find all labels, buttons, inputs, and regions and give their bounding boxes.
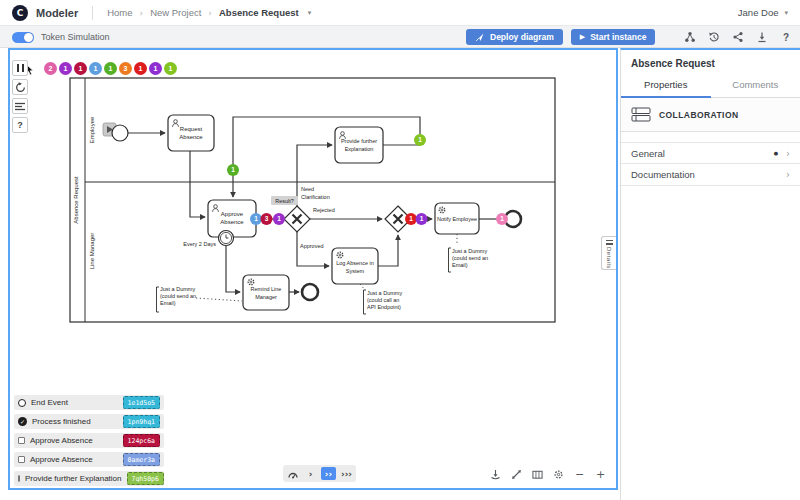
- fit-viewport-icon[interactable]: [511, 469, 522, 480]
- simulation-speed-control: › ›› ›››: [283, 465, 356, 482]
- diagram-canvas[interactable]: Absence Request Employee Line Manager Ne…: [8, 48, 618, 490]
- token-approve-crimson: 3: [261, 213, 273, 225]
- simulation-log: End Event 1e1d5o5 ✓ Process finished 1pn…: [14, 395, 164, 486]
- toggle-knob: [24, 33, 33, 42]
- share-icon[interactable]: [732, 31, 744, 43]
- speedometer-icon[interactable]: [285, 467, 300, 480]
- log-label: End Event: [31, 398, 118, 407]
- svg-text:1: 1: [231, 166, 235, 173]
- group-documentation[interactable]: Documentation ›: [621, 164, 800, 186]
- checkbox-icon[interactable]: [18, 456, 25, 463]
- zoom-in-button[interactable]: +: [595, 469, 606, 480]
- palette-help-button[interactable]: ?: [12, 117, 28, 133]
- group-label: General: [631, 148, 665, 159]
- log-row[interactable]: Provide further Explanation 7qh50p6: [14, 471, 164, 486]
- log-icon: [15, 102, 25, 111]
- element-id-badge: 124pc6a: [123, 434, 160, 447]
- log-row[interactable]: ✓ Process finished 1pn9hq1: [14, 414, 164, 429]
- download-icon[interactable]: [756, 31, 768, 43]
- svg-text:1: 1: [420, 215, 424, 222]
- task-remind-manager[interactable]: Remind LineManager: [243, 275, 289, 310]
- start-event[interactable]: [112, 125, 128, 141]
- log-row[interactable]: Approve Absence 0amer3a: [14, 452, 164, 467]
- user-menu[interactable]: Jane Doe ▾: [738, 7, 788, 18]
- pause-icon: [17, 64, 24, 72]
- element-id-badge: 7qh50p6: [127, 472, 164, 485]
- breadcrumb-current[interactable]: Absence Request: [219, 7, 299, 18]
- tab-properties[interactable]: Properties: [621, 75, 711, 98]
- details-panel-toggle[interactable]: Details: [601, 236, 616, 270]
- token-simulation-toggle[interactable]: [12, 32, 34, 43]
- token-count-badge: 1: [89, 62, 102, 75]
- properties-panel: Absence Request Properties Comments COLL…: [620, 48, 800, 500]
- end-event[interactable]: [302, 284, 318, 300]
- deploy-diagram-button[interactable]: Deploy diagram: [466, 29, 563, 45]
- chevron-right-icon: ›: [208, 8, 212, 18]
- token-count-badge: 1: [74, 62, 87, 75]
- cluster-icon[interactable]: [684, 31, 696, 43]
- rocket-icon: [475, 32, 485, 42]
- chevron-down-icon[interactable]: ▾: [308, 9, 312, 17]
- chevron-right-icon: ›: [786, 148, 790, 159]
- header-divider: [92, 6, 93, 20]
- speed-normal-button[interactable]: ›: [303, 467, 318, 480]
- group-label: Documentation: [631, 169, 695, 180]
- svg-text:1: 1: [409, 215, 413, 222]
- task-log-absence[interactable]: Log Absence inSystem: [332, 248, 378, 284]
- svg-text:Notify Employee: Notify Employee: [437, 216, 477, 222]
- lines-icon: [606, 240, 613, 245]
- tab-comments[interactable]: Comments: [711, 75, 800, 97]
- app-logo-icon[interactable]: C: [12, 5, 28, 21]
- settings-gear-icon[interactable]: [553, 469, 564, 480]
- chevron-down-icon: ▾: [784, 9, 788, 17]
- details-tab-label: Details: [606, 247, 612, 269]
- speed-fastest-button[interactable]: ›››: [339, 467, 354, 480]
- start-instance-button[interactable]: ▶ Start instance: [571, 29, 656, 45]
- minimap-icon[interactable]: [532, 469, 543, 480]
- group-general[interactable]: General ● ›: [621, 142, 800, 164]
- history-icon[interactable]: [708, 31, 720, 43]
- breadcrumb-project[interactable]: New Project: [150, 7, 201, 18]
- element-type-label: COLLABORATION: [659, 110, 739, 120]
- chevron-right-icon: ›: [786, 169, 790, 180]
- reset-simulation-button[interactable]: [12, 79, 28, 95]
- log-label: Approve Absence: [30, 455, 118, 464]
- token-counters: 2 1 1 1 1 3 1 1 1: [44, 62, 177, 75]
- collaboration-icon: [631, 107, 651, 122]
- task-approve-absence[interactable]: ApproveAbsence: [208, 200, 256, 237]
- token-count-badge: 3: [119, 62, 132, 75]
- token-count-badge: 2: [44, 62, 57, 75]
- panel-title: Absence Request: [621, 50, 800, 75]
- boundary-timer-event[interactable]: [219, 231, 234, 246]
- speed-fast-button[interactable]: ››: [321, 467, 336, 480]
- annotation-api-endpoint[interactable]: Just a Dummy(could call anAPI Endpoint): [367, 290, 402, 310]
- pause-simulation-button[interactable]: [12, 60, 28, 76]
- deploy-diagram-label: Deploy diagram: [490, 32, 554, 42]
- task-notify-employee[interactable]: Notify Employee: [435, 203, 479, 234]
- help-icon[interactable]: ?: [780, 31, 792, 43]
- zoom-out-button[interactable]: −: [574, 469, 585, 480]
- breadcrumb-home[interactable]: Home: [107, 7, 132, 18]
- token-simulation-label: Token Simulation: [41, 32, 110, 42]
- flow-label-rejected: Rejected: [313, 207, 335, 213]
- reset-icon: [15, 82, 26, 93]
- checkbox-icon[interactable]: [18, 437, 25, 444]
- panel-tabs: Properties Comments: [621, 75, 800, 98]
- toggle-log-button[interactable]: [12, 98, 28, 114]
- checkbox-icon[interactable]: [18, 475, 20, 482]
- log-row[interactable]: End Event 1e1d5o5: [14, 395, 164, 410]
- token-explanation-exit: 1: [414, 134, 426, 146]
- task-request-absence[interactable]: RequestAbsence: [168, 115, 214, 151]
- log-row[interactable]: Approve Absence 124pc6a: [14, 433, 164, 448]
- task-provide-explanation[interactable]: Provide furtherExplanation: [335, 127, 383, 163]
- token-approve-purple: 1: [273, 213, 285, 225]
- token-end-pink: 1: [496, 213, 508, 225]
- download-diagram-icon[interactable]: [490, 469, 501, 480]
- user-name: Jane Doe: [738, 7, 779, 18]
- svg-text:1: 1: [254, 215, 258, 222]
- token-count-badge: 1: [164, 62, 177, 75]
- token-explanation-loop: 1: [227, 164, 239, 176]
- token-approve-blue: 1: [250, 213, 262, 225]
- lane-label-employee: Employee: [89, 116, 95, 143]
- svg-text:1: 1: [277, 215, 281, 222]
